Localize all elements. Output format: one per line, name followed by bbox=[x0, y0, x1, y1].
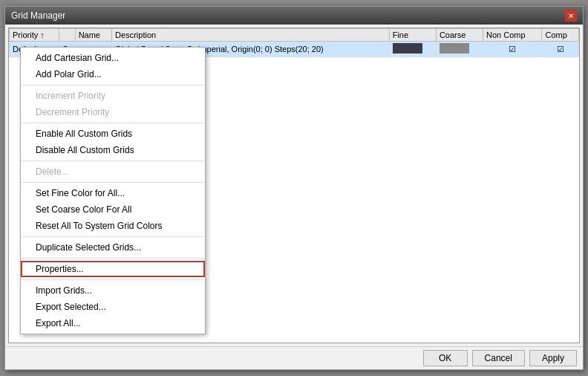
col-header-fine[interactable]: Fine bbox=[389, 29, 436, 42]
menu-separator bbox=[21, 279, 205, 280]
dialog-body: Priority ↑ Name Description Fine Coarse … bbox=[5, 25, 583, 346]
title-bar: Grid Manager ✕ bbox=[5, 7, 583, 25]
menu-item-increment-priority: Increment Priority bbox=[21, 88, 205, 104]
menu-item-set-coarse-color[interactable]: Set Coarse Color For All bbox=[21, 201, 205, 218]
ok-button[interactable]: OK bbox=[423, 350, 468, 366]
menu-item-add-cartesian[interactable]: Add Cartesian Grid... bbox=[21, 50, 205, 66]
menu-item-duplicate[interactable]: Duplicate Selected Grids... bbox=[21, 239, 205, 256]
menu-separator bbox=[21, 123, 205, 123]
col-header-description[interactable]: Description bbox=[112, 29, 390, 42]
menu-item-export-selected[interactable]: Export Selected... bbox=[21, 299, 205, 315]
menu-item-export-all[interactable]: Export All... bbox=[21, 315, 205, 331]
col-header-name[interactable]: Name bbox=[75, 29, 111, 42]
menu-separator bbox=[21, 182, 205, 183]
menu-item-decrement-priority: Decrement Priority bbox=[21, 104, 205, 120]
menu-separator bbox=[21, 258, 205, 259]
cell-comp: ☑ bbox=[542, 42, 579, 57]
menu-separator bbox=[21, 85, 205, 85]
grid-manager-dialog: Grid Manager ✕ Priority ↑ Name Descripti… bbox=[4, 6, 584, 370]
menu-separator bbox=[21, 161, 205, 161]
cell-noncomp: ☑ bbox=[483, 42, 542, 57]
menu-item-add-polar[interactable]: Add Polar Grid... bbox=[21, 66, 205, 82]
dialog-title: Grid Manager bbox=[11, 10, 65, 21]
col-header-noncomp[interactable]: Non Comp bbox=[483, 29, 542, 42]
cell-coarse bbox=[436, 42, 483, 57]
col-header-comp[interactable]: Comp bbox=[542, 29, 579, 42]
menu-item-enable-all[interactable]: Enable All Custom Grids bbox=[21, 126, 205, 142]
menu-item-set-fine-color[interactable]: Set Fine Color for All... bbox=[21, 185, 205, 201]
menu-separator bbox=[21, 236, 205, 237]
cell-fine bbox=[389, 42, 436, 57]
col-header-coarse[interactable]: Coarse bbox=[436, 29, 483, 42]
menu-item-disable-all[interactable]: Disable All Custom Grids bbox=[21, 142, 205, 158]
context-menu: Add Cartesian Grid...Add Polar Grid...In… bbox=[20, 47, 206, 334]
menu-item-reset-colors[interactable]: Reset All To System Grid Colors bbox=[21, 218, 205, 234]
menu-item-properties[interactable]: Properties... bbox=[21, 261, 205, 277]
menu-item-delete: Delete... bbox=[21, 163, 205, 180]
menu-item-import-grids[interactable]: Import Grids... bbox=[21, 282, 205, 299]
close-button[interactable]: ✕ bbox=[565, 10, 577, 22]
col-header-blank bbox=[59, 29, 75, 42]
apply-button[interactable]: Apply bbox=[529, 350, 577, 366]
col-header-priority[interactable]: Priority ↑ bbox=[10, 29, 59, 42]
cancel-button[interactable]: Cancel bbox=[472, 350, 525, 366]
dialog-footer: OK Cancel Apply bbox=[5, 346, 583, 369]
